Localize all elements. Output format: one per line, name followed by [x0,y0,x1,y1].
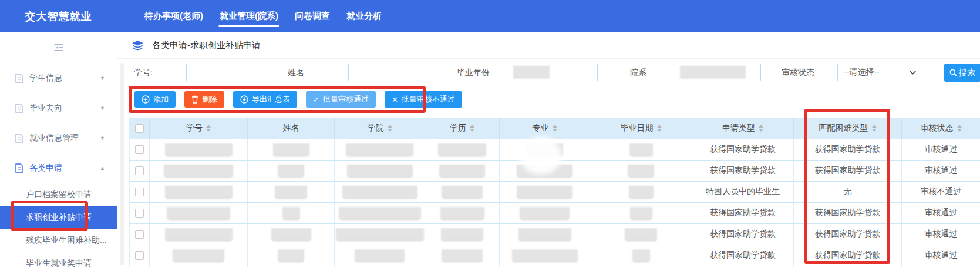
batch-approve-button[interactable]: ✓ 批量审核通过 [306,91,376,108]
action-toolbar: 添加 删除 导出汇总表 ✓ [117,86,980,115]
delete-button-label: 删除 [202,94,217,105]
breadcrumb: 各类申请-求职创业补贴申请 [117,32,980,59]
sort-icon[interactable] [657,125,662,132]
name-label: 姓名 [288,59,304,86]
redacted-cell [628,165,654,176]
sort-icon[interactable] [388,125,392,132]
tab-questionnaire[interactable]: 问卷调查 [287,0,338,32]
apply-type-cell: 获得国家助学贷款 [692,245,794,266]
redacted-cell [355,249,405,261]
redacted-cell [518,228,571,240]
row-checkbox[interactable] [135,209,144,218]
filter-bar: 学号: 姓名 毕业年份 院系 审核状态 --请选择-- [117,59,980,86]
sidebar-item-graduation-destination[interactable]: 毕业去向 ▼ [0,93,117,123]
table-row: 获得国家助学贷款 获得国家助学贷款 审核通过 [130,223,980,245]
sort-icon[interactable] [470,125,474,132]
redacted-cell [278,249,304,261]
sidebar-subitem-employment-award[interactable]: 毕业生就业奖申请 [0,252,117,267]
redacted-cell [346,143,413,155]
sidebar-item-applications[interactable]: 各类申请 ▲ [0,153,117,183]
redacted-cell [441,228,483,240]
col-difficulty-type[interactable]: 匹配困难类型 [794,118,902,139]
header-select-all [130,118,150,139]
apply-type-cell: 获得国家助学贷款 [692,202,794,223]
tab-employment-management[interactable]: 就业管理(院系) [211,0,287,32]
student-id-input[interactable] [186,64,274,81]
sidebar-item-employment-info-management[interactable]: 就业信息管理 ▼ [0,123,117,153]
chevron-up-icon: ▲ [100,165,105,171]
batch-reject-button[interactable]: ✕ 批量审核不通过 [385,91,462,108]
table-header-row: 学号 姓名 学院 学历 专业 毕业日期 申请类型 匹配困难类型 审核状态 [130,118,980,139]
search-icon [949,69,957,76]
audit-status-cell: 审核不通过 [902,181,980,202]
audit-status-cell: 审核通过 [902,202,980,223]
sidebar-subitem-job-subsidy[interactable]: 求职创业补贴申请 [0,206,117,229]
batch-approve-label: 批量审核通过 [323,94,369,105]
export-summary-button[interactable]: 导出汇总表 [233,91,297,108]
row-checkbox[interactable] [135,188,144,196]
search-button[interactable]: 搜索 [944,64,980,82]
top-navbar: 交大智慧就业 待办事项(老师) 就业管理(院系) 问卷调查 就业分析 [0,0,980,32]
add-button-label: 添加 [153,94,169,105]
redacted-cell [165,143,233,155]
sort-icon[interactable] [759,125,763,132]
row-checkbox[interactable] [135,251,144,260]
audit-status-select[interactable]: --请选择-- [837,64,922,81]
difficulty-type-cell: 获得国家助学贷款 [794,160,902,181]
select-all-checkbox[interactable] [135,124,144,133]
export-button-label: 导出汇总表 [252,94,290,105]
redacted-cell [629,143,653,155]
redacted-cell [165,186,233,198]
redacted-cell [164,165,233,176]
sidebar-collapse-button[interactable] [0,32,117,63]
plus-circle-icon [142,95,150,104]
chevron-down-icon [910,71,916,75]
redacted-cell [342,186,417,198]
col-degree[interactable]: 学历 [425,118,500,139]
sidebar-item-student-info[interactable]: 学生信息 ▼ [0,63,117,93]
col-audit-status[interactable]: 审核状态 [902,118,980,139]
table-row: 获得国家助学贷款 获得国家助学贷款 审核通过 [130,160,980,181]
sort-icon[interactable] [206,125,211,132]
sidebar-subitem-disabled-graduate-aid[interactable]: 残疾毕业生困难补助... [0,229,117,252]
row-checkbox[interactable] [135,230,144,239]
add-button[interactable]: 添加 [134,91,176,108]
sort-icon[interactable] [553,125,557,132]
row-checkbox[interactable] [135,145,144,154]
difficulty-type-cell: 无 [794,181,902,202]
audit-status-label: 审核状态 [782,59,814,86]
col-student-id[interactable]: 学号 [150,118,248,139]
sort-icon[interactable] [872,125,877,132]
redacted-cell [347,165,413,176]
apply-type-cell: 获得国家助学贷款 [692,139,794,160]
col-name: 姓名 [248,118,335,139]
col-major[interactable]: 专业 [500,118,590,139]
table-row: 获得国家助学贷款 获得国家助学贷款 审核通过 [130,245,980,266]
delete-button[interactable]: 删除 [184,91,224,108]
row-checkbox[interactable] [135,166,144,175]
sort-icon[interactable] [957,125,962,132]
redacted-cell [271,228,311,240]
col-college[interactable]: 学院 [335,118,425,139]
collapse-menu-icon [53,44,63,52]
apply-type-cell: 特困人员中的毕业生 [692,181,794,202]
table-row: 获得国家助学贷款 获得国家助学贷款 审核通过 [130,202,980,223]
redacted-cell [339,207,421,219]
download-circle-icon [240,95,248,104]
col-apply-type[interactable]: 申请类型 [692,118,794,139]
sidebar-item-label: 毕业去向 [29,103,62,114]
name-input[interactable] [348,64,436,81]
redacted-cell [517,186,572,198]
chevron-down-icon: ▼ [100,75,105,81]
redacted-cell [278,165,304,176]
tab-employment-analysis[interactable]: 就业分析 [338,0,390,32]
col-grad-date[interactable]: 毕业日期 [590,118,692,139]
applications-table: 学号 姓名 学院 学历 专业 毕业日期 申请类型 匹配困难类型 审核状态 [129,118,980,267]
sidebar-item-label: 各类申请 [29,163,62,173]
sidebar-subitem-hukou-archive[interactable]: 户口档案留校申请 [0,183,117,206]
chevron-down-icon: ▼ [100,105,105,111]
layers-icon [132,41,143,51]
tab-todo-teacher[interactable]: 待办事项(老师) [136,0,211,32]
redacted-cell [440,207,484,219]
dept-label: 院系 [630,59,646,86]
